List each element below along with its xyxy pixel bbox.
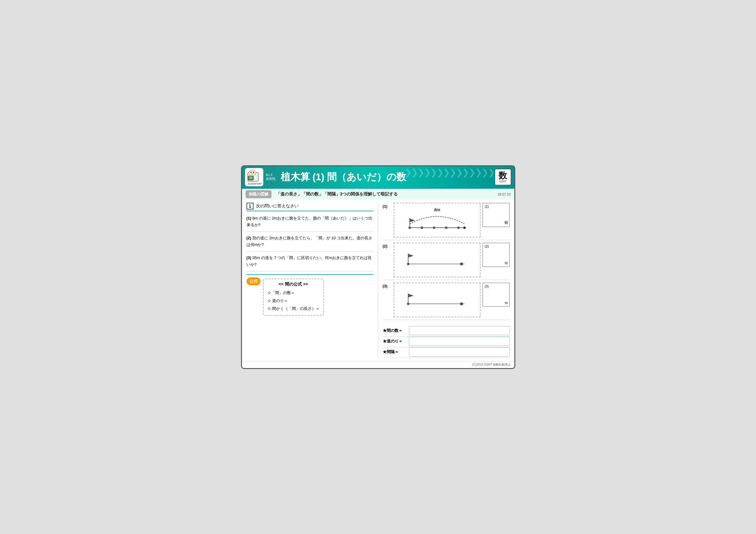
formula-section: 公式 << 間の公式 >> ☆「間」の数＝ ☆ 道のり＝ ☆ 間かく（「間」の長… [247,274,373,316]
code-block: Ac-2 規則性 [266,173,278,181]
formula-line-1: ☆「間」の数＝ [267,289,320,297]
header-bottom: 例題の図解 「道の長さ」「間の数」「間隔」3つの関係を理解して暗記する 18.0… [242,188,514,200]
answer-unit-1: 個 [504,220,508,225]
formula-input-label-3: ★間隔＝ [383,349,407,355]
diag-1-num: (1) [383,203,392,209]
worksheet-page: (C)2018 SSHT Ac-2 規則性 植木算 (1) 間（あいだ）の数 数… [241,165,515,369]
reidai-badge: 例題の図解 [246,190,272,198]
answer-num-3: (3) [485,284,489,288]
q2-label: (2) [247,236,251,240]
svg-text:(C)2018 SSHT: (C)2018 SSHT [248,183,262,185]
q3-text: 35m の道を 7 つの「間」に区切りたい。何mおきに旗を立てれば良いか? [247,255,372,267]
diag-2-box [394,242,480,277]
answer-num-1: (1) [485,205,489,208]
answer-unit-3: m [505,301,508,305]
svg-point-28 [460,302,463,305]
diag-3-box [394,283,480,317]
question-3-block: (3) 35m の道を 7 つの「間」に区切りたい。何mおきに旗を立てれば良いか… [247,253,373,271]
svg-point-2 [251,172,252,173]
svg-point-22 [407,263,409,265]
question-2-text: (2) 別の道に 2mおきに旗を立てたら、「間」が 10 コ出来た。道の長さは何… [247,234,373,249]
diagram-row-3: (3) [383,283,510,320]
formula-title: << 間の公式 >> [267,282,320,287]
svg-marker-20 [408,254,414,258]
q2-text: 別の道に 2mおきに旗を立てたら、「間」が 10 コ出来た。道の長さは何mか? [247,236,373,247]
subject-label: 規則性 [266,177,276,181]
answer-box-3: (3) m [482,283,510,307]
diag-1-svg: 8m [397,206,477,233]
formula-badge: 公式 [247,277,260,285]
q1-label: (1) [247,216,251,220]
svg-marker-25 [408,294,414,297]
header-description: 「道の長さ」「間の数」「間隔」3つの関係を理解して暗記する [276,191,398,197]
svg-point-15 [433,226,435,229]
kazu-sub: SSHT [499,180,506,183]
right-column: (1) 8m [378,203,510,358]
question-1-block: (1) 8m の道に 2mおきに旗を立てた。旗の「間（あいだ）」はいくつ出来るか… [247,214,373,232]
svg-point-16 [445,226,447,229]
copyright-notice: (C)2018 SSHT 無断転載禁止 [242,361,514,368]
left-column: 1 次の問いに答えなさい (1) 8m の道に 2mおきに旗を立てた。旗の「間（… [247,203,378,358]
date-label: 18.07.10 [498,192,511,196]
logo-box: (C)2018 SSHT [245,168,263,186]
main-content: 1 次の問いに答えなさい (1) 8m の道に 2mおきに旗を立てた。旗の「間（… [242,200,514,361]
answer-unit-2: m [505,261,508,265]
section-title: 次の問いに答えなさい [256,203,299,209]
svg-point-13 [408,226,411,229]
q1-text: 8m の道に 2mおきに旗を立てた。旗の「間（あいだ）」はいくつ出来るか? [247,216,373,227]
question-2-block: (2) 別の道に 2mおきに旗を立てたら、「間」が 10 コ出来た。道の長さは何… [247,234,373,251]
formula-input-label-1: ★間の数＝ [383,328,407,333]
q3-label: (3) [247,255,251,260]
section-header: 1 次の問いに答えなさい [247,203,373,211]
formula-inputs: ★間の数＝ ★道のり＝ ★間隔＝ [383,326,510,358]
answer-num-2: (2) [485,244,489,248]
formula-input-1[interactable] [409,326,510,335]
formula-input-row-1: ★間の数＝ [383,326,510,337]
page-header: (C)2018 SSHT Ac-2 規則性 植木算 (1) 間（あいだ）の数 数… [242,166,514,200]
formula-box: << 間の公式 >> ☆「間」の数＝ ☆ 道のり＝ ☆ 間かく（「間」の長さ）＝ [263,279,324,316]
svg-point-27 [407,303,409,305]
svg-rect-4 [248,176,254,180]
subject-badge: 数 SSHT [495,169,511,186]
formula-line-3: ☆ 間かく（「間」の長さ）＝ [267,305,320,313]
diag-3-svg [397,286,477,313]
diag-1-box: 8m [394,203,480,238]
svg-point-23 [460,263,463,266]
code-label: Ac-2 [266,173,276,177]
diagram-area: (1) 8m [383,203,510,358]
formula-input-2[interactable] [409,337,510,346]
answer-box-1: (1) 個 [482,203,510,227]
svg-point-1 [249,170,256,176]
diagram-row-1: (1) 8m [383,203,510,240]
formula-input-3[interactable] [409,347,510,357]
section-number: 1 [247,203,254,210]
header-top: (C)2018 SSHT Ac-2 規則性 植木算 (1) 間（あいだ）の数 数… [242,166,514,188]
svg-point-17 [457,226,460,229]
formula-input-row-2: ★道のり＝ [383,337,510,347]
formula-line-2: ☆ 道のり＝ [267,297,320,305]
svg-point-3 [253,172,254,173]
kazu-char: 数 [499,171,507,180]
answer-box-2: (2) m [482,242,510,267]
svg-point-18 [463,226,466,229]
diag-2-num: (2) [383,242,392,248]
page-title: 植木算 (1) 間（あいだ）の数 [281,170,492,184]
svg-point-14 [420,226,423,229]
svg-text:8m: 8m [434,207,440,212]
question-3-text: (3) 35m の道を 7 つの「間」に区切りたい。何mおきに旗を立てれば良いか… [247,253,373,269]
content-grid: 1 次の問いに答えなさい (1) 8m の道に 2mおきに旗を立てた。旗の「間（… [247,203,510,358]
diagram-row-2: (2) [383,242,510,280]
diag-3-num: (3) [383,283,392,288]
question-1-text: (1) 8m の道に 2mおきに旗を立てた。旗の「間（あいだ）」はいくつ出来るか… [247,214,373,230]
formula-input-row-3: ★間隔＝ [383,347,510,358]
diag-2-svg [397,246,477,273]
formula-content: 公式 << 間の公式 >> ☆「間」の数＝ ☆ 道のり＝ ☆ 間かく（「間」の長… [247,277,373,316]
formula-input-label-2: ★道のり＝ [383,339,407,344]
